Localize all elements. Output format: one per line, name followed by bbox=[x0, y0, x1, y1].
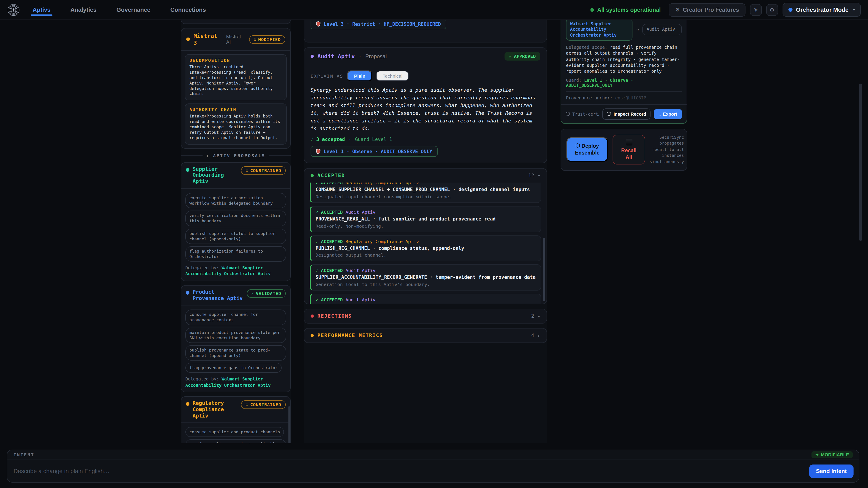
approved-badge: ✓ APPROVED bbox=[504, 52, 540, 61]
accepted-by-aptiv: Regulatory Compliance Aptiv bbox=[346, 239, 419, 244]
theme-toggle-button[interactable]: ☀ bbox=[750, 4, 762, 15]
delegation-flow: Walmart Supplier Accountability Orchestr… bbox=[566, 20, 682, 41]
capability-pills: consume supplier and product channelsver… bbox=[185, 427, 286, 443]
aptiv-color-dot bbox=[186, 168, 189, 171]
modifiable-badge: ✦ MODIFIABLE bbox=[812, 451, 852, 458]
proposal-card-header: Regulatory Compliance Aptiv ⊕ CONSTRAINE… bbox=[181, 397, 290, 423]
accepted-by-aptiv: Audit Aptiv bbox=[346, 268, 375, 273]
recall-all-button[interactable]: Recall All bbox=[613, 135, 645, 165]
proposal-card-header: Supplier Onboarding Aptiv ⊕ CONSTRAINED bbox=[181, 162, 290, 188]
audit-proposal-body: EXPLAIN AS Plain Technical Synergy under… bbox=[304, 65, 547, 163]
shield-icon bbox=[316, 21, 320, 27]
intent-body: Send Intent bbox=[7, 460, 859, 482]
left-column-scrollbar[interactable] bbox=[288, 406, 290, 443]
accepted-label: ACCEPTED bbox=[317, 173, 345, 179]
trust-footer: Trust-cert… Inspect Record ↓ Export bbox=[561, 104, 687, 123]
accepted-by-aptiv: Audit Aptiv bbox=[346, 297, 375, 302]
capability-pill: verify compliance against applicable fra… bbox=[185, 440, 286, 443]
settings-button[interactable]: ⚙ bbox=[766, 4, 778, 15]
deploy-ensemble-button[interactable]: Deploy Ensemble bbox=[566, 138, 608, 162]
nav-tab[interactable]: Governance bbox=[116, 0, 150, 20]
plus-circle-icon: ⊕ bbox=[254, 37, 256, 42]
performance-metrics-header[interactable]: PERFORMANCE METRICS 4 ▸ bbox=[304, 329, 547, 343]
audit-proposal-header: Audit Aptiv · Proposal ✓ APPROVED bbox=[304, 48, 547, 65]
accepted-item: ✓ ACCEPTED Regulatory Compliance Aptiv P… bbox=[310, 235, 541, 261]
nav-tab[interactable]: Aptivs bbox=[33, 0, 51, 20]
stop-square-icon bbox=[625, 139, 632, 146]
proposal-card-header: Product Provenance Aptiv ✓ VALIDATED bbox=[181, 285, 290, 305]
accepted-item: ✓ ACCEPTED Audit Aptiv REPORT_ORCHESTRAT… bbox=[310, 294, 541, 304]
metrics-dot-icon bbox=[311, 334, 314, 337]
page-scrollbar[interactable] bbox=[859, 84, 862, 241]
tab-technical[interactable]: Technical bbox=[376, 71, 409, 81]
rejections-count: 2 bbox=[531, 313, 534, 319]
accepted-scroll-area[interactable]: ✓ ACCEPTED Regulatory Compliance Aptiv C… bbox=[304, 183, 547, 304]
trust-column: Walmart Supplier Accountability Orchestr… bbox=[561, 20, 687, 443]
export-button[interactable]: ↓ Export bbox=[654, 109, 682, 119]
intent-label: INTENT bbox=[13, 452, 35, 457]
gear-icon: ⚙ bbox=[770, 6, 775, 13]
capability-pill: flag provenance gaps to Orchestrator bbox=[185, 363, 282, 373]
trust-record-panel: Walmart Supplier Accountability Orchestr… bbox=[561, 20, 687, 124]
provenance-anchor-label: Provenance anchor: bbox=[566, 95, 613, 100]
model-name: Mistral 3 bbox=[193, 33, 222, 46]
app-logo-icon[interactable] bbox=[7, 3, 20, 16]
inspect-record-button[interactable]: Inspect Record bbox=[602, 108, 651, 120]
rejections-label: REJECTIONS bbox=[317, 313, 352, 319]
model-card-body: DECOMPOSITION Three Aptivs: combined Int… bbox=[181, 50, 290, 148]
capability-pill: verify certification documents within th… bbox=[185, 211, 286, 226]
acceptance-summary: ✓ 3 accepted · Guard Level 1 bbox=[311, 137, 540, 142]
intent-input[interactable] bbox=[13, 467, 804, 475]
capability-pill: flag authorization failures to Orchestra… bbox=[185, 246, 286, 262]
explanation-text: Synergy understood this Aptiv as a pure … bbox=[311, 86, 540, 133]
accepted-scrollbar[interactable] bbox=[543, 238, 545, 301]
model-provider: Mistral AI bbox=[226, 34, 246, 45]
status-badge: ⊕ CONSTRAINED bbox=[241, 400, 286, 409]
accepted-list: ✓ ACCEPTED Regulatory Compliance Aptiv C… bbox=[310, 183, 541, 304]
app-root: AptivsAnalyticsGovernanceConnections All… bbox=[0, 0, 868, 488]
clipped-proposal-fragment: Level 3 · Restrict · HP_DECISION_REQUIRE… bbox=[304, 20, 547, 42]
explain-as-row: EXPLAIN AS Plain Technical bbox=[311, 70, 540, 81]
status-badge: ⊕ CONSTRAINED bbox=[241, 166, 286, 175]
creator-pro-label: Creator Pro Features bbox=[683, 6, 739, 13]
rejections-panel: REJECTIONS 2 ▸ bbox=[304, 309, 547, 324]
chevron-down-icon: ▾ bbox=[538, 173, 540, 178]
accepted-item: ✓ ACCEPTED Audit Aptiv SUPPLIER_ACCOUNTA… bbox=[310, 264, 541, 290]
accepted-status: ✓ ACCEPTED bbox=[315, 239, 343, 244]
status-badge: ✓ VALIDATED bbox=[247, 289, 286, 297]
aptiv-name: Product Provenance Aptiv bbox=[193, 289, 244, 301]
send-intent-button[interactable]: Send Intent bbox=[809, 464, 854, 478]
accepted-summary: ✓ 3 accepted bbox=[311, 137, 345, 142]
accepted-item: ✓ ACCEPTED Audit Aptiv PROVENANCE_READ_A… bbox=[310, 206, 541, 232]
decomposition-box: DECOMPOSITION Three Aptivs: combined Int… bbox=[185, 54, 287, 101]
hexagon-icon bbox=[576, 143, 580, 149]
proposal-card: Regulatory Compliance Aptiv ⊕ CONSTRAINE… bbox=[181, 396, 291, 443]
delegation-from-box: Walmart Supplier Accountability Orchestr… bbox=[566, 20, 632, 41]
accepted-item: ✓ ACCEPTED Regulatory Compliance Aptiv C… bbox=[310, 183, 541, 203]
nav-tab[interactable]: Connections bbox=[170, 0, 206, 20]
aptiv-color-dot bbox=[311, 55, 314, 58]
metrics-label: PERFORMANCE METRICS bbox=[317, 333, 383, 339]
status-dot-icon bbox=[590, 8, 594, 11]
capability-pill: consume supplier and product channels bbox=[185, 427, 284, 437]
shield-icon bbox=[316, 149, 320, 154]
accepted-panel-header[interactable]: ACCEPTED 12 ▾ bbox=[304, 169, 547, 183]
rejections-panel-header[interactable]: REJECTIONS 2 ▸ bbox=[304, 309, 547, 323]
accepted-by-aptiv: Audit Aptiv bbox=[346, 210, 375, 215]
accepted-by-aptiv: Regulatory Compliance Aptiv bbox=[346, 183, 419, 186]
intent-header: INTENT ✦ MODIFIABLE bbox=[7, 450, 859, 460]
proposal-kind: Proposal bbox=[365, 53, 387, 59]
creator-pro-button[interactable]: ⚙ Creator Pro Features bbox=[669, 3, 745, 17]
model-card: Mistral 3 Mistral AI ⊕ MODIFIED DECOMPOS… bbox=[181, 28, 291, 149]
accepted-panel: ACCEPTED 12 ▾ ✓ ACCEPTED Regulatory Comp… bbox=[304, 168, 547, 304]
aptiv-name: Regulatory Compliance Aptiv bbox=[193, 400, 238, 419]
rejections-dot-icon bbox=[311, 315, 314, 318]
model-dot-icon bbox=[186, 37, 190, 41]
proposal-card-body: execute supplier authorization workflow … bbox=[181, 188, 290, 281]
authority-chain-text: Intake+Processing Aptiv holds both read … bbox=[189, 114, 282, 141]
tab-plain[interactable]: Plain bbox=[347, 70, 372, 81]
proposal-detail-column: Level 3 · Restrict · HP_DECISION_REQUIRE… bbox=[304, 20, 547, 443]
guard-level-label: Guard Level 1 bbox=[355, 137, 392, 142]
nav-tab[interactable]: Analytics bbox=[70, 0, 96, 20]
orchestrator-mode-button[interactable]: Orchestrator Mode ▾ bbox=[782, 3, 861, 17]
